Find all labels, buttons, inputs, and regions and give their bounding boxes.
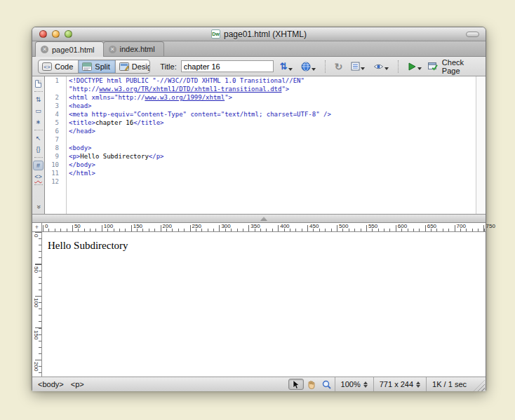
toolbar-separator — [325, 60, 326, 73]
code-line[interactable]: "http://www.w3.org/TR/xhtml1/DTD/xhtml1-… — [45, 85, 476, 93]
tab-close-icon[interactable]: ✕ — [109, 46, 116, 53]
line-number[interactable]: 3 — [45, 102, 63, 110]
code-text: </html> — [63, 169, 95, 177]
line-number[interactable]: 12 — [45, 177, 63, 186]
stepper-icon — [416, 381, 420, 388]
design-view-button[interactable]: Design — [116, 60, 151, 73]
line-number[interactable]: 5 — [45, 118, 63, 127]
balance-braces-icon[interactable]: {} — [33, 144, 44, 154]
document-title-input[interactable] — [181, 60, 274, 72]
glyph: » — [35, 205, 42, 209]
dreamweaver-doc-icon: Dw — [211, 29, 220, 39]
line-number[interactable]: 2 — [45, 93, 63, 102]
coding-toolbar-separator — [34, 184, 43, 185]
visual-aids-icon[interactable] — [371, 61, 391, 72]
code-token: <p> — [69, 153, 80, 160]
glyph: # — [36, 162, 40, 169]
title-bar[interactable]: Dw page01.html (XHTML) — [32, 27, 486, 41]
more-options-icon[interactable]: » — [34, 202, 44, 212]
line-number[interactable]: 9 — [45, 152, 63, 161]
code-line[interactable]: 12 — [45, 177, 476, 186]
code-url: www.w3.org/TR/xhtml1/DTD/xhtml1-transiti… — [99, 86, 281, 93]
highlight-invalid-code-icon[interactable]: <> — [33, 172, 44, 182]
code-text: <html xmlns="http://www.w3.org/1999/xhtm… — [63, 93, 232, 102]
line-number[interactable]: 10 — [45, 161, 63, 169]
code-line[interactable]: 1<!DOCTYPE html PUBLIC "-//W3C//DTD XHTM… — [45, 76, 476, 85]
document-toolbar: <>CodeSplitDesign Title: ⇅ ↻ — [32, 57, 486, 76]
toolbar-toggle-button[interactable] — [466, 32, 479, 37]
code-token: <html xmlns="http:// — [69, 94, 145, 101]
horizontal-ruler[interactable]: + 05010015020025030035040045050055060065… — [32, 223, 486, 232]
code-line[interactable]: 3<head> — [45, 102, 476, 110]
code-view-button[interactable]: <>Code — [39, 60, 79, 73]
glyph: ↖ — [36, 135, 41, 142]
line-number[interactable]: 8 — [45, 144, 63, 152]
line-number[interactable] — [45, 85, 63, 93]
tag-selector: <body> <p> — [38, 380, 84, 388]
code-line[interactable]: 11</html> — [45, 169, 476, 177]
code-line[interactable]: 8<body> — [45, 144, 476, 152]
code-line[interactable]: 5<title>chapter 16</title> — [45, 118, 476, 127]
collapse-selection-icon[interactable]: ▭ — [33, 106, 44, 116]
tab-close-icon[interactable]: ✕ — [41, 46, 48, 53]
select-tool-button[interactable] — [288, 379, 304, 390]
line-number[interactable]: 4 — [45, 110, 63, 118]
coding-toolbar-separator — [34, 157, 43, 158]
code-scrollbar-track[interactable] — [476, 76, 486, 214]
split-view-button[interactable]: Split — [79, 60, 115, 73]
hand-tool-button[interactable] — [304, 379, 319, 390]
refresh-design-view-icon[interactable]: ↻ — [333, 60, 345, 73]
line-number[interactable]: 7 — [45, 135, 63, 144]
window-size-select[interactable]: 771 x 244 — [373, 377, 426, 391]
design-paragraph-text[interactable]: Hello Subdirectory — [48, 240, 486, 252]
vertical-ruler[interactable]: 050100150200 — [32, 232, 42, 377]
validate-markup-icon[interactable] — [406, 61, 424, 72]
open-documents-icon[interactable] — [33, 79, 44, 88]
resize-grip[interactable] — [474, 380, 485, 391]
line-number[interactable]: 1 — [45, 76, 63, 85]
toolbar-separator — [398, 60, 399, 73]
view-options-icon[interactable] — [349, 60, 367, 72]
zoom-level-select[interactable]: 100% — [335, 377, 373, 391]
ruler-label: 0 — [33, 234, 39, 237]
check-page-button[interactable]: Check Page — [428, 58, 480, 75]
expand-all-icon[interactable]: ∗ — [33, 117, 44, 127]
pointer-icon — [292, 380, 300, 389]
code-token: "> — [281, 86, 289, 93]
code-token: <meta http-equiv="Content-Type" content=… — [69, 111, 331, 118]
code-line[interactable]: 2<html xmlns="http://www.w3.org/1999/xht… — [45, 93, 476, 102]
code-line[interactable]: 10</body> — [45, 161, 476, 169]
line-number[interactable]: 6 — [45, 127, 63, 135]
select-parent-tag-icon[interactable]: ↖ — [33, 133, 44, 143]
preview-in-browser-icon[interactable] — [299, 60, 318, 73]
ruler-label: 150 — [133, 223, 142, 229]
eye-icon — [373, 62, 384, 71]
code-line[interactable]: 4<meta http-equiv="Content-Type" content… — [45, 110, 476, 118]
gutter-divider — [66, 76, 67, 214]
zoom-window-button[interactable] — [65, 30, 72, 38]
status-bar: <body> <p> 100% 771 — [32, 377, 486, 391]
close-window-button[interactable] — [39, 30, 47, 38]
collapse-full-tag-icon[interactable]: ⇅ — [33, 95, 44, 104]
code-line[interactable]: 7 — [45, 135, 476, 144]
split-view-divider[interactable] — [32, 214, 486, 223]
tag-selector-p[interactable]: <p> — [71, 380, 84, 388]
ruler-label: 250 — [192, 223, 201, 229]
ruler-label: 50 — [74, 223, 81, 229]
code-token: Hello Subdirectory — [80, 153, 149, 160]
code-text: <title>chapter 16</title> — [63, 118, 163, 127]
splitter-handle-icon[interactable] — [260, 217, 267, 221]
code-line[interactable]: 6</head> — [45, 127, 476, 135]
ruler-label: 700 — [457, 223, 466, 229]
zoom-tool-button[interactable] — [319, 379, 335, 390]
design-canvas[interactable]: Hello Subdirectory — [42, 232, 486, 377]
tag-selector-body[interactable]: <body> — [38, 380, 64, 388]
minimize-window-button[interactable] — [52, 30, 60, 38]
line-numbers-icon[interactable]: # — [33, 161, 44, 170]
document-tab-index.html[interactable]: ✕index.html — [103, 41, 164, 56]
file-management-icon[interactable]: ⇅ — [278, 60, 295, 73]
code-editor[interactable]: 1<!DOCTYPE html PUBLIC "-//W3C//DTD XHTM… — [45, 76, 476, 214]
line-number[interactable]: 11 — [45, 169, 63, 177]
code-line[interactable]: 9<p>Hello Subdirectory</p> — [45, 152, 476, 161]
document-tab-page01.html[interactable]: ✕page01.html — [35, 41, 104, 57]
